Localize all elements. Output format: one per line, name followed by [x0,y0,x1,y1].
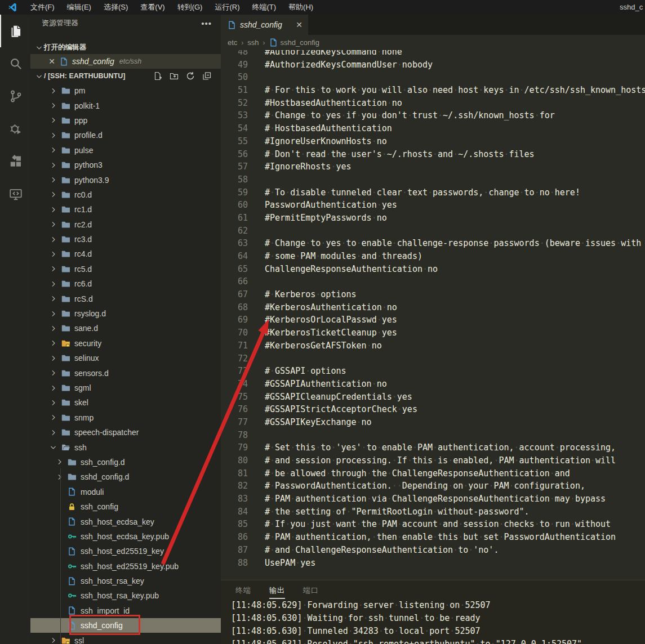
menu-item[interactable]: 选择(S) [97,0,134,15]
tree-item-rc6.d[interactable]: rc6.d [30,276,221,291]
code-line-73[interactable]: 73#·GSSAPI·options [221,365,645,378]
code-line-59[interactable]: 59#·To·disable·tunneled·clear·text·passw… [221,186,645,199]
code-line-88[interactable]: 88UsePAM·yes [221,557,645,570]
panel-tab-端口[interactable]: 端口 [303,580,319,599]
tree-item-sane.d[interactable]: sane.d [30,321,221,336]
code-line-74[interactable]: 74#GSSAPIAuthentication·no [221,378,645,391]
tree-item-moduli[interactable]: moduli [30,485,221,499]
collapse-all-icon[interactable] [201,70,213,82]
activity-item-extensions[interactable] [0,145,30,178]
code-line-65[interactable]: 65ChallengeResponseAuthentication·no [221,263,645,276]
tree-item-polkit-1[interactable]: polkit-1 [30,98,221,113]
code-line-68[interactable]: 68#KerberosAuthentication·no [221,301,645,314]
tree-item-profile.d[interactable]: profile.d [30,128,221,142]
code-line-85[interactable]: 85#·If·you·just·want·the·PAM·account·and… [221,518,645,531]
code-line-78[interactable]: 78 [221,429,645,442]
breadcrumb-item-etc[interactable]: etc [228,38,237,47]
tree-item-sshd_config.d[interactable]: sshd_config.d [30,469,221,484]
code-line-75[interactable]: 75#GSSAPICleanupCredentials·yes [221,391,645,404]
tree-item-rc5.d[interactable]: rc5.d [30,262,221,276]
code-line-69[interactable]: 69#KerberosOrLocalPasswd·yes [221,314,645,327]
menu-item[interactable]: 转到(G) [171,0,209,15]
open-editor-item-sshd_config[interactable]: ✕ sshd_config etc/ssh [30,54,221,69]
code-line-49[interactable]: 49#AuthorizedKeysCommandUser·nobody [221,59,645,71]
tree-item-speech-dispatcher[interactable]: speech-dispatcher [30,425,221,440]
tree-item-ssh_host_rsa_key.pub[interactable]: ssh_host_rsa_key.pub [30,588,221,603]
tree-item-ssh[interactable]: ssh [30,440,221,454]
tree-item-pulse[interactable]: pulse [30,143,221,158]
code-line-66[interactable]: 66 [221,275,645,288]
code-line-55[interactable]: 55#IgnoreUserKnownHosts·no [221,135,645,148]
code-line-87[interactable]: 87#·and·ChallengeResponseAuthentication·… [221,544,645,557]
code-line-58[interactable]: 58 [221,173,645,186]
tree-item-security[interactable]: security [30,336,221,351]
code-line-76[interactable]: 76#GSSAPIStrictAcceptorCheck·yes [221,403,645,416]
workspace-root-header[interactable]: / [SSH: EARTHUBUNTU] [30,69,221,83]
panel-tab-输出[interactable]: 输出 [269,580,285,599]
code-line-77[interactable]: 77#GSSAPIKeyExchange·no [221,416,645,429]
tree-item-rc4.d[interactable]: rc4.d [30,247,221,261]
more-actions-icon[interactable]: ••• [201,19,212,28]
tree-item-sshd_config[interactable]: sshd_config [30,618,221,633]
tree-item-sensors.d[interactable]: sensors.d [30,365,221,380]
tree-item-rc3.d[interactable]: rc3.d [30,232,221,247]
code-line-83[interactable]: 83#·PAM·authentication·via·ChallengeResp… [221,493,645,506]
tree-item-ssh_host_rsa_key[interactable]: ssh_host_rsa_key [30,574,221,588]
tree-item-ssh_host_ed25519_key.pub[interactable]: ssh_host_ed25519_key.pub [30,559,221,574]
tree-item-pm[interactable]: pm [30,83,221,98]
code-line-60[interactable]: 60PasswordAuthentication·yes [221,199,645,212]
breadcrumb-item-sshd_config[interactable]: sshd_config [269,38,319,47]
code-line-79[interactable]: 79#·Set·this·to·'yes'·to·enable·PAM·auth… [221,441,645,454]
code-line-72[interactable]: 72 [221,352,645,365]
code-line-50[interactable]: 50 [221,71,645,84]
refresh-icon[interactable] [184,70,197,82]
code-line-63[interactable]: 63#·Change·to·yes·to·enable·challenge-re… [221,237,645,250]
code-line-70[interactable]: 70#KerberosTicketCleanup·yes [221,327,645,339]
code-line-86[interactable]: 86#·PAM·authentication,·then·enable·this… [221,531,645,544]
new-folder-icon[interactable] [168,70,180,82]
code-line-81[interactable]: 81#·be·allowed·through·the·ChallengeResp… [221,467,645,480]
code-line-52[interactable]: 52#HostbasedAuthentication·no [221,97,645,110]
menu-item[interactable]: 运行(R) [208,0,246,15]
code-line-54[interactable]: 54#·HostbasedAuthentication [221,122,645,135]
activity-item-search[interactable] [0,47,30,80]
tree-item-sgml[interactable]: sgml [30,381,221,395]
code-line-53[interactable]: 53#·Change·to·yes·if·you·don't·trust·~/.… [221,109,645,122]
tree-item-ppp[interactable]: ppp [30,113,221,128]
activity-item-run-debug[interactable] [0,113,30,145]
new-file-icon[interactable] [152,70,164,82]
code-line-80[interactable]: 80#·and·session·processing.·If·this·is·e… [221,454,645,467]
code-line-82[interactable]: 82#·PasswordAuthentication.··Depending·o… [221,480,645,493]
code-line-71[interactable]: 71#KerberosGetAFSToken·no [221,339,645,352]
activity-item-source-control[interactable] [0,80,30,113]
tree-item-rcS.d[interactable]: rcS.d [30,291,221,306]
menu-item[interactable]: 查看(V) [134,0,171,15]
tree-item-rc2.d[interactable]: rc2.d [30,217,221,232]
panel-tab-终端[interactable]: 终端 [235,580,251,599]
tree-item-python3[interactable]: python3 [30,158,221,172]
activity-item-explorer[interactable] [0,15,30,47]
tree-item-rc0.d[interactable]: rc0.d [30,187,221,202]
code-line-67[interactable]: 67#·Kerberos·options [221,288,645,301]
menu-item[interactable]: 帮助(H) [282,0,319,15]
tree-item-snmp[interactable]: snmp [30,410,221,425]
tree-item-ssl[interactable]: ssl [30,633,221,644]
code-line-48[interactable]: 48#AuthorizedKeysCommand·none [221,50,645,59]
tree-item-ssh_config[interactable]: ssh_config [30,499,221,514]
tree-item-python3.9[interactable]: python3.9 [30,172,221,187]
tree-item-selinux[interactable]: selinux [30,351,221,365]
tree-item-rc1.d[interactable]: rc1.d [30,202,221,217]
breadcrumb-item-ssh[interactable]: ssh [247,38,259,47]
menu-item[interactable]: 文件(F) [24,0,61,15]
close-icon[interactable]: ✕ [47,57,56,66]
code-line-57[interactable]: 57#IgnoreRhosts·yes [221,160,645,173]
open-editors-header[interactable]: 打开的编辑器 [30,41,221,54]
tree-item-ssh_host_ed25519_key[interactable]: ssh_host_ed25519_key [30,544,221,558]
tab-sshd_config[interactable]: sshd_config ✕ [221,15,308,35]
menu-item[interactable]: 终端(T) [246,0,282,15]
activity-item-remote-explorer[interactable] [0,178,30,211]
code-line-62[interactable]: 62 [221,225,645,238]
menu-item[interactable]: 编辑(E) [61,0,97,15]
tree-item-ssh_host_ecdsa_key.pub[interactable]: ssh_host_ecdsa_key.pub [30,529,221,544]
tree-item-rsyslog.d[interactable]: rsyslog.d [30,306,221,321]
